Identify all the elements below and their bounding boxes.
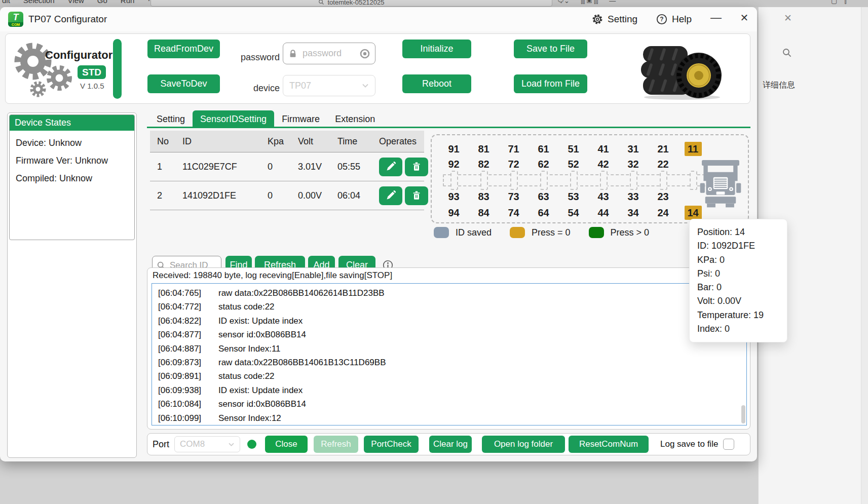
device-states-box: Device States Device: UnknowFirmware Ver… xyxy=(9,114,135,240)
help-menu[interactable]: ? Help xyxy=(656,13,692,26)
log-line: [06:04:877]sensor id:0xB086BB14 xyxy=(158,328,740,341)
wheel-position-23[interactable]: 23 xyxy=(655,189,672,204)
wheel-position-11[interactable]: 11 xyxy=(685,142,702,156)
wheel-position-72[interactable]: 72 xyxy=(505,157,522,171)
read-from-dev-button[interactable]: ReadFromDev xyxy=(147,40,220,58)
log-output[interactable]: [06:04:765]raw data:0x22B086BB14062614B1… xyxy=(152,283,747,425)
wheel-position-83[interactable]: 83 xyxy=(475,189,493,204)
log-text: ID exist: Update index xyxy=(218,314,303,328)
wheel-position-73[interactable]: 73 xyxy=(505,189,522,204)
right-panel-label[interactable]: 详细信息 xyxy=(763,80,795,91)
device-state-item: Compiled: Unknow xyxy=(16,173,128,184)
wheel-position-61[interactable]: 61 xyxy=(535,142,552,156)
wheel-position-82[interactable]: 82 xyxy=(475,157,493,171)
tires-image xyxy=(639,40,723,101)
device-states-panel: Device States Device: UnknowFirmware Ver… xyxy=(7,112,137,458)
wheel-position-71[interactable]: 71 xyxy=(505,142,522,156)
background-window-titlebar: ditSelectionViewGoRun⋯←→ totemtek-052120… xyxy=(0,0,868,7)
device-select[interactable]: TP07 xyxy=(283,75,375,96)
cell-volt: 3.01V xyxy=(298,162,337,172)
layout-icons: ⫿⫿ ▣ ⫿⫿ xyxy=(581,0,598,5)
password-input[interactable] xyxy=(301,48,356,59)
device-value: TP07 xyxy=(289,81,311,91)
log-text: raw data:0x22B086BB14062614B11D23BB xyxy=(218,286,385,300)
log-line: [06:04:772]status code:22 xyxy=(158,300,740,314)
wheel-position-84[interactable]: 84 xyxy=(475,206,493,220)
tab-sensoridsetting[interactable]: SensorIDSetting xyxy=(193,110,274,128)
wheel-position-53[interactable]: 53 xyxy=(565,189,582,204)
tab-setting[interactable]: Setting xyxy=(149,110,193,128)
tab-extension[interactable]: Extension xyxy=(327,110,383,128)
wheel-position-74[interactable]: 74 xyxy=(505,206,522,220)
reboot-button[interactable]: Reboot xyxy=(402,74,471,93)
wheel-position-32[interactable]: 32 xyxy=(625,157,642,171)
edit-sensor-button[interactable] xyxy=(379,186,402,205)
reset-com-num-button[interactable]: ResetComNum xyxy=(569,436,649,453)
wheel-position-81[interactable]: 81 xyxy=(475,142,493,156)
scrollbar[interactable] xyxy=(861,0,868,504)
close-port-button[interactable]: Close xyxy=(265,436,308,453)
close-icon[interactable]: ✕ xyxy=(784,12,792,24)
wheel-position-34[interactable]: 34 xyxy=(625,206,642,220)
logo-badge: STD xyxy=(78,65,106,79)
wheel-position-31[interactable]: 31 xyxy=(625,142,642,156)
wheel-position-43[interactable]: 43 xyxy=(595,189,612,204)
wheel-position-22[interactable]: 22 xyxy=(655,157,672,171)
tire-position-map: 9181716151413121119282726252423222938373… xyxy=(431,134,749,223)
wheel-position-91[interactable]: 91 xyxy=(445,142,463,156)
logo-title: Configurator xyxy=(45,49,112,62)
wheel-position-24[interactable]: 24 xyxy=(655,206,672,220)
column-header: Operates xyxy=(379,136,424,147)
wheel-position-92[interactable]: 92 xyxy=(445,157,463,171)
delete-sensor-button[interactable] xyxy=(405,158,428,176)
save-to-dev-button[interactable]: SaveToDev xyxy=(147,74,220,93)
open-log-folder-button[interactable]: Open log folder xyxy=(482,436,565,453)
log-save-checkbox[interactable] xyxy=(723,439,734,450)
help-icon: ? xyxy=(656,14,667,25)
wheel-position-33[interactable]: 33 xyxy=(625,189,642,204)
setting-label: Setting xyxy=(608,14,637,25)
background-menu-item: dit xyxy=(2,0,10,5)
setting-menu[interactable]: Setting xyxy=(592,13,637,26)
password-field[interactable] xyxy=(283,43,375,64)
edit-sensor-button[interactable] xyxy=(379,158,402,176)
scrollbar-thumb[interactable] xyxy=(741,405,745,423)
tab-firmware[interactable]: Firmware xyxy=(274,110,327,128)
tooltip-line: Volt: 0.00V xyxy=(697,294,787,308)
show-password-icon[interactable] xyxy=(360,49,370,59)
search-icon[interactable] xyxy=(782,48,792,60)
initialize-button[interactable]: Initialize xyxy=(402,40,471,58)
app-titlebar: TCOM TP07 Configurator Setting ? Help — … xyxy=(0,7,757,31)
wheel-position-21[interactable]: 21 xyxy=(655,142,672,156)
delete-sensor-button[interactable] xyxy=(405,186,428,205)
port-check-button[interactable]: PortCheck xyxy=(364,436,419,453)
sensor-table: NoIDKpaVoltTimeOperates 111C029E7CF03.01… xyxy=(150,131,424,210)
wheel-position-52[interactable]: 52 xyxy=(565,157,582,171)
background-search-box: totemtek-05212025 xyxy=(150,0,552,7)
port-select[interactable]: COM8 xyxy=(174,436,240,452)
wheel-position-63[interactable]: 63 xyxy=(535,189,552,204)
sensor-table-body: 111C029E7CF03.01V05:552141092D1FE00.00V0… xyxy=(150,152,424,210)
pencil-icon xyxy=(386,190,396,201)
wheel-position-62[interactable]: 62 xyxy=(535,157,552,171)
save-to-file-button[interactable]: Save to File xyxy=(514,40,587,58)
log-line: [06:10:099]Sensor Index:12 xyxy=(158,411,740,425)
load-from-file-button[interactable]: Load from File xyxy=(514,74,587,93)
wheel-position-93[interactable]: 93 xyxy=(445,189,463,204)
wheel-position-94[interactable]: 94 xyxy=(445,206,463,220)
background-toolbar-icons: 🗨⌄⫿⫿ ▣ ⫿⫿— xyxy=(557,0,616,5)
wheel-position-54[interactable]: 54 xyxy=(565,206,582,220)
wheel-position-51[interactable]: 51 xyxy=(565,142,582,156)
column-header: Kpa xyxy=(268,136,298,147)
background-menu-item: View xyxy=(68,0,84,5)
wheel-position-64[interactable]: 64 xyxy=(535,206,552,220)
clear-log-button[interactable]: Clear log xyxy=(429,436,472,453)
minimize-button[interactable]: — xyxy=(707,11,725,24)
close-button[interactable]: ✕ xyxy=(736,12,753,24)
port-status-dot xyxy=(247,440,256,449)
wheel-position-42[interactable]: 42 xyxy=(595,157,612,171)
wheel-position-41[interactable]: 41 xyxy=(595,142,612,156)
wheel-position-44[interactable]: 44 xyxy=(595,206,612,220)
log-time: [06:04:887] xyxy=(158,342,206,356)
refresh-port-button[interactable]: Refresh xyxy=(314,436,358,453)
